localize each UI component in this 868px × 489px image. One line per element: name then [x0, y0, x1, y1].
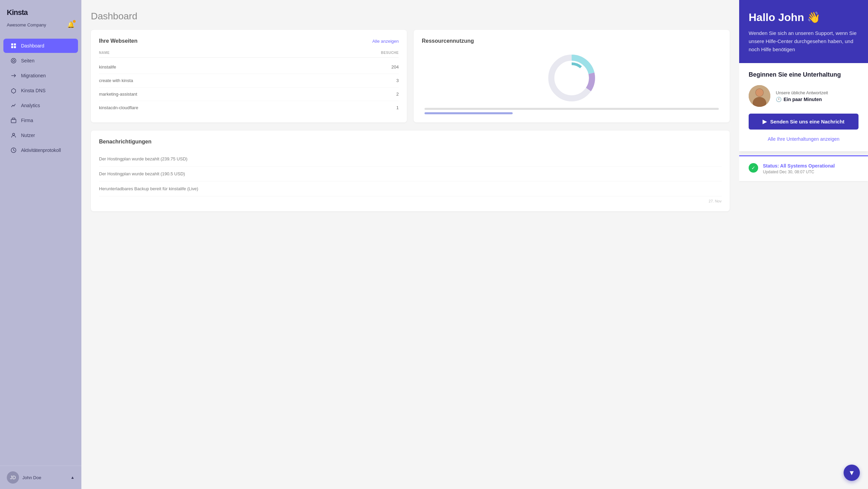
notification-text: Der Hostingplan wurde bezahlt (190.5 USD… [99, 171, 185, 176]
row-site-name: create with kinsta [99, 78, 396, 83]
nav-icon-dashboard [10, 42, 17, 49]
table-row: marketing-assistant 2 [99, 87, 399, 101]
row-visits: 3 [396, 78, 399, 83]
user-avatar: JD [7, 471, 19, 484]
send-message-button[interactable]: ▶ Senden Sie uns eine Nachricht [749, 114, 859, 130]
response-time-text: Ein paar Minuten [784, 97, 822, 102]
alle-anzeigen-link[interactable]: Alle anzeigen [372, 39, 399, 44]
table-row: kinstalife 204 [99, 60, 399, 74]
nav-label-analytics: Analytics [21, 103, 40, 108]
notifications-card: Benachrichtigungen Der Hostingplan wurde… [91, 131, 730, 211]
nav-label-seiten: Seiten [21, 58, 35, 63]
nav-label-nutzer: Nutzer [21, 133, 35, 138]
sidebar-item-firma[interactable]: Firma [3, 113, 78, 128]
company-row: Awesome Company 🔔 [0, 20, 81, 35]
support-card: Hallo John 👋 Wenden Sie sich an unseren … [739, 0, 868, 63]
sidebar-item-migrationen[interactable]: Migrationen [3, 69, 78, 83]
table-row: create with kinsta 3 [99, 74, 399, 87]
notifications-header: Benachrichtigungen [99, 139, 722, 145]
svg-point-18 [753, 97, 766, 107]
page-title: Dashboard [91, 11, 730, 22]
agent-avatar-img [749, 85, 770, 107]
svg-rect-2 [11, 46, 13, 48]
resource-card: Ressourcennutzung [414, 30, 730, 122]
notification-text: Herunterladbares Backup bereit für kinst… [99, 186, 198, 191]
svg-point-13 [557, 64, 586, 92]
nav-label-aktivitaeten: Aktivitätenprotokoll [21, 148, 61, 153]
svg-rect-1 [14, 43, 16, 45]
notification-date: 27. Nov [99, 196, 722, 203]
nav-label-migrationen: Migrationen [21, 73, 46, 78]
notification-text: Der Hostingplan wurde bezahlt (239.75 US… [99, 156, 188, 161]
sidebar-footer: JD John Doe ▲ [0, 466, 81, 489]
nav-icon-migrationen [10, 72, 17, 79]
wave-emoji: 👋 [807, 11, 821, 24]
support-greeting: Hallo John 👋 [749, 11, 859, 24]
svg-rect-3 [14, 46, 16, 48]
sidebar-item-seiten[interactable]: Seiten [3, 54, 78, 68]
nav-label-dashboard: Dashboard [21, 43, 44, 48]
sidebar-item-analytics[interactable]: Analytics [3, 98, 78, 113]
chat-card: Beginnen Sie eine Unterhaltung Unsere üb… [739, 63, 868, 151]
agent-info: Unsere übliche Antwortzeit 🕐 Ein paar Mi… [776, 90, 859, 102]
send-icon: ▶ [763, 118, 767, 125]
agent-avatar [749, 85, 770, 107]
response-time: 🕐 Ein paar Minuten [776, 97, 859, 102]
top-cards-grid: Ihre Webseiten Alle anzeigen NAME BESUCH… [91, 30, 730, 122]
notification-item: Herunterladbares Backup bereit für kinst… [99, 181, 722, 196]
resource-card-header: Ressourcennutzung [422, 38, 722, 44]
notifications-list: Der Hostingplan wurde bezahlt (239.75 US… [99, 152, 722, 203]
sidebar-item-dashboard[interactable]: Dashboard [3, 39, 78, 53]
agent-row: Unsere übliche Antwortzeit 🕐 Ein paar Mi… [749, 85, 859, 107]
send-button-label: Senden Sie uns eine Nachricht [770, 119, 844, 124]
websites-table-header: NAME BESUCHE [99, 51, 399, 58]
status-text: Status: All Systems Operational Updated … [763, 163, 859, 174]
user-name: John Doe [22, 475, 67, 480]
row-site-name: kinstalife [99, 64, 391, 70]
sidebar-item-kinsta-dns[interactable]: Kinsta DNS [3, 83, 78, 98]
nav-label-firma: Firma [21, 118, 33, 123]
sidebar-logo-area: Kinsta [0, 0, 81, 20]
sidebar-item-aktivitaeten[interactable]: Aktivitätenprotokoll [3, 143, 78, 157]
greeting-text: Hallo John [749, 11, 804, 24]
nav-icon-analytics [10, 102, 17, 109]
chevron-up-icon[interactable]: ▲ [71, 475, 75, 480]
bell-badge [73, 20, 76, 23]
scroll-down-button[interactable]: ▼ [844, 465, 860, 481]
status-card: ✓ Status: All Systems Operational Update… [739, 155, 868, 181]
visits-column-header: BESUCHE [381, 51, 399, 55]
notifications-title: Benachrichtigungen [99, 139, 152, 145]
support-description: Wenden Sie sich an unseren Support, wenn… [749, 29, 859, 54]
row-visits: 204 [391, 64, 399, 70]
all-conversations-link[interactable]: Alle Ihre Unterhaltungen anzeigen [749, 135, 859, 143]
status-operational-text: Status: All Systems Operational [763, 163, 859, 169]
sidebar-nav: Dashboard Seiten Migrationen Kinsta DNS … [0, 35, 81, 466]
svg-rect-6 [11, 119, 16, 123]
notification-bell[interactable]: 🔔 [67, 21, 75, 28]
svg-point-4 [11, 58, 16, 63]
sidebar: Kinsta Awesome Company 🔔 Dashboard Seite… [0, 0, 81, 489]
websites-table-body: kinstalife 204 create with kinsta 3 mark… [99, 60, 399, 114]
svg-rect-0 [11, 43, 13, 45]
nav-label-kinsta-dns: Kinsta DNS [21, 88, 45, 93]
notification-item: Der Hostingplan wurde bezahlt (239.75 US… [99, 152, 722, 167]
status-check-icon: ✓ [749, 163, 758, 173]
row-site-name: marketing-assistant [99, 92, 396, 97]
clock-icon: 🕐 [776, 97, 782, 102]
sidebar-item-nutzer[interactable]: Nutzer [3, 128, 78, 142]
resource-donut-chart [545, 51, 599, 105]
row-visits: 2 [396, 92, 399, 97]
resource-chart [422, 51, 722, 105]
svg-point-17 [756, 89, 763, 96]
status-updated-text: Updated Dec 30, 08:07 UTC [763, 170, 859, 174]
loading-indicator [425, 108, 719, 114]
nav-icon-aktivitaeten [10, 147, 17, 154]
svg-point-8 [13, 133, 15, 135]
right-panel: Hallo John 👋 Wenden Sie sich an unseren … [739, 0, 868, 489]
response-label: Unsere übliche Antwortzeit [776, 90, 859, 95]
name-column-header: NAME [99, 51, 381, 55]
row-site-name: kinstacdn-cloudflare [99, 105, 396, 110]
main-content: Dashboard Ihre Webseiten Alle anzeigen N… [81, 0, 739, 489]
nav-icon-kinsta-dns [10, 87, 17, 94]
nav-icon-seiten [10, 57, 17, 64]
